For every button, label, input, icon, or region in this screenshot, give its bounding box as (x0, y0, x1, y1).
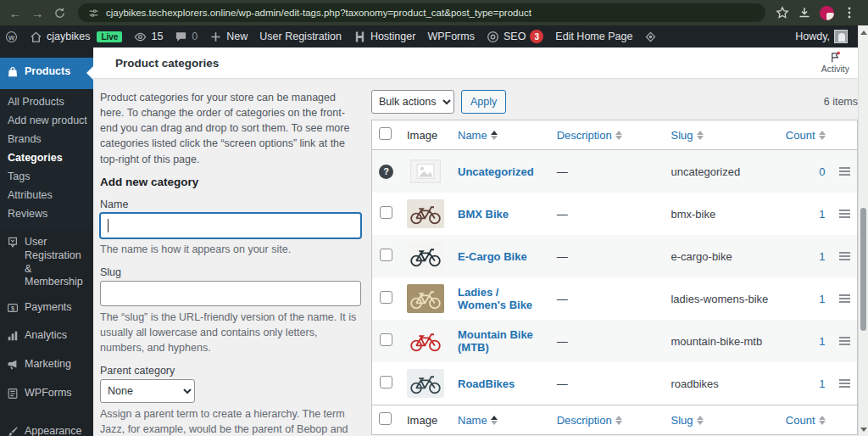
category-description: — (550, 235, 665, 277)
sidebar-item-wpforms[interactable]: WPForms (0, 381, 93, 410)
certificate-icon (7, 236, 19, 253)
category-count-link[interactable]: 1 (819, 293, 825, 305)
reload-icon[interactable] (51, 4, 68, 21)
sidebar-item-payments[interactable]: $Payments (0, 295, 93, 324)
category-description: — (550, 320, 665, 362)
drag-handle-icon[interactable] (839, 337, 850, 345)
sidebar-item-label: Payments (25, 301, 72, 315)
sidebar-subitem-add-new-product[interactable]: Add new product (0, 111, 93, 130)
adminbar-seo-menu[interactable]: SEO3 (487, 30, 543, 43)
sidebar-subitem-tags[interactable]: Tags (0, 167, 93, 186)
adminbar-new-menu[interactable]: New (209, 31, 248, 43)
sidebar-item-analytics[interactable]: Analytics (0, 323, 93, 352)
sidebar-item-user-registration-membership[interactable]: User Registration & Membership (0, 230, 93, 295)
back-icon[interactable]: ← (7, 4, 24, 21)
category-count-link[interactable]: 0 (819, 165, 825, 178)
adminbar-hostinger-menu[interactable]: Hostinger (353, 31, 416, 43)
url-bar[interactable]: cjaybikes.techexplorers.online/wp-admin/… (78, 3, 765, 22)
browser-profile-avatar[interactable] (820, 6, 834, 20)
sidebar-item-products[interactable]: Products (0, 58, 93, 90)
adminbar-comments-count[interactable]: 0 (175, 31, 198, 43)
adminbar-label: User Registration (259, 31, 342, 42)
scrollbar-down-arrow-icon[interactable] (859, 424, 868, 434)
sort-arrows-icon (491, 131, 498, 140)
apply-button-top[interactable]: Apply (461, 90, 506, 114)
sidebar-item-label: Marketing (25, 358, 71, 372)
download-icon[interactable] (798, 6, 811, 20)
drag-handle-icon[interactable] (839, 210, 850, 218)
category-count-link[interactable]: 1 (819, 335, 825, 348)
adminbar-views-count[interactable]: 15 (134, 31, 163, 43)
scrollbar-up-arrow-icon[interactable] (859, 27, 868, 37)
drag-handle-icon[interactable] (839, 379, 850, 388)
sidebar-item-appearance[interactable]: Appearance (0, 419, 93, 436)
category-description: — (550, 362, 665, 405)
sort-by-description[interactable]: Description (557, 129, 622, 142)
sort-by-count[interactable]: Count (786, 414, 826, 427)
bulk-actions-select-top[interactable]: Bulk actions (371, 90, 454, 114)
category-count-link[interactable]: 1 (819, 250, 825, 263)
url-text: cjaybikes.techexplorers.online/wp-admin/… (106, 8, 531, 18)
site-settings-icon[interactable] (88, 8, 99, 19)
adminbar-wpforms-menu[interactable]: WPForms (427, 31, 475, 42)
sidebar-subitem-categories[interactable]: Categories (0, 148, 93, 167)
svg-text:W: W (8, 33, 15, 41)
category-count-link[interactable]: 1 (819, 208, 825, 221)
sort-by-slug[interactable]: Slug (670, 129, 703, 142)
category-name-link[interactable]: Mountain Bike (MTB) (458, 328, 533, 354)
hostinger-icon (353, 31, 366, 43)
adminbar-live-badge[interactable]: Live (102, 31, 122, 42)
drag-handle-icon[interactable] (839, 252, 850, 260)
sort-by-name[interactable]: Name (458, 129, 498, 142)
drag-handle-icon[interactable] (839, 167, 850, 176)
sidebar-subitem-reviews[interactable]: Reviews (0, 204, 93, 223)
adminbar-site-name[interactable]: cjaybikes (30, 31, 90, 43)
forward-icon[interactable]: → (29, 4, 46, 21)
sidebar-item-woocommerce[interactable]: WooCommerce (0, 48, 93, 58)
sort-by-name[interactable]: Name (458, 414, 498, 427)
page-scrollbar[interactable] (858, 25, 868, 436)
row-checkbox[interactable] (380, 249, 392, 261)
category-name-link[interactable]: Ladies / Women's Bike (458, 286, 532, 311)
category-thumbnail (407, 199, 444, 228)
sort-by-slug[interactable]: Slug (670, 414, 703, 427)
sidebar-subitem-brands[interactable]: Brands (0, 130, 93, 148)
howdy-account[interactable]: Howdy, (795, 30, 848, 43)
adminbar-user-registration-menu[interactable]: User Registration (259, 31, 342, 42)
select-all-checkbox-top[interactable] (379, 127, 392, 140)
default-category-help-icon[interactable]: ? (379, 165, 393, 179)
select-all-checkbox-bottom[interactable] (379, 412, 392, 425)
parent-category-select[interactable]: None (100, 379, 195, 403)
sidebar-item-marketing[interactable]: Marketing (0, 352, 93, 381)
row-checkbox[interactable] (380, 206, 392, 219)
scrollbar-thumb[interactable] (860, 208, 866, 331)
category-description: — (550, 150, 665, 193)
products-submenu: All ProductsAdd new productBrandsCategor… (0, 89, 93, 230)
sort-by-description[interactable]: Description (557, 414, 622, 427)
analytics-icon (7, 329, 19, 346)
category-name-input[interactable] (100, 213, 361, 238)
category-name-link[interactable]: Uncategorized (458, 165, 534, 178)
sort-by-count[interactable]: Count (786, 129, 826, 142)
category-thumbnail (407, 369, 444, 398)
adminbar-wp-logo[interactable]: W (5, 31, 18, 43)
bookmark-star-icon[interactable] (776, 6, 789, 20)
adminbar-plugin-diamond[interactable] (644, 31, 657, 43)
placeholder-image (407, 157, 444, 186)
sidebar-subitem-all-products[interactable]: All Products (0, 92, 93, 111)
table-row: RoadBikes—roadbikes1 (372, 362, 858, 405)
category-name-link[interactable]: BMX Bike (458, 208, 509, 221)
activity-button[interactable]: Activity (821, 51, 849, 75)
drag-handle-icon[interactable] (839, 294, 850, 303)
row-checkbox[interactable] (380, 291, 392, 304)
adminbar-edit-home-page[interactable]: Edit Home Page (555, 31, 632, 42)
category-slug-input[interactable] (100, 281, 361, 306)
browser-menu-icon[interactable] (843, 6, 856, 20)
sidebar-subitem-attributes[interactable]: Attributes (0, 186, 93, 204)
category-name-link[interactable]: E-Cargo Bike (458, 250, 527, 263)
app-window: ← → cjaybikes.techexplorers.online/wp-ad… (0, 0, 868, 436)
row-checkbox[interactable] (380, 333, 392, 346)
row-checkbox[interactable] (380, 376, 392, 388)
category-name-link[interactable]: RoadBikes (458, 377, 515, 390)
category-count-link[interactable]: 1 (819, 377, 825, 390)
